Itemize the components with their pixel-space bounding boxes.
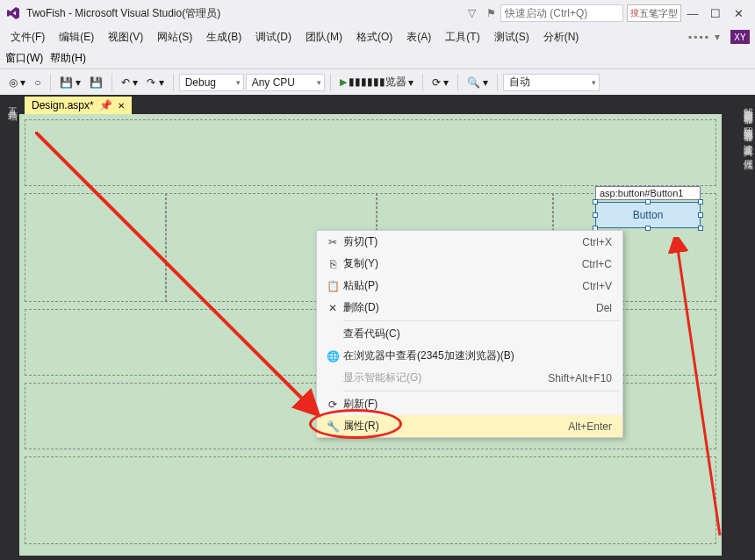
nav-fwd-button[interactable]: ○ bbox=[31, 75, 44, 90]
menu-website[interactable]: 网站(S) bbox=[152, 28, 198, 47]
menu-item-shortcut: Ctrl+C bbox=[582, 258, 612, 270]
menu-item-shortcut: Ctrl+V bbox=[582, 280, 612, 292]
context-menu-item[interactable]: ⟳刷新(F) bbox=[317, 393, 622, 415]
menu-analyze[interactable]: 分析(N) bbox=[538, 28, 585, 47]
start-debug-button[interactable]: ▶ ▮▮▮▮▮▮览器 ▾ bbox=[336, 73, 417, 91]
quick-launch-placeholder: 快速启动 (Ctrl+Q) bbox=[505, 6, 587, 21]
main-menu-bar: 文件(F) 编辑(E) 视图(V) 网站(S) 生成(B) 调试(D) 团队(M… bbox=[0, 26, 755, 47]
menu-item-label: 删除(D) bbox=[343, 300, 596, 315]
save-all-button[interactable]: 💾 bbox=[86, 75, 106, 90]
menu-separator bbox=[343, 391, 619, 391]
pin-icon[interactable]: 📌 bbox=[99, 99, 112, 111]
menu-debug[interactable]: 调试(D) bbox=[250, 28, 297, 47]
tab-label: Design.aspx* bbox=[32, 99, 94, 111]
menu-tools[interactable]: 工具(T) bbox=[440, 28, 485, 47]
close-button[interactable]: ✕ bbox=[727, 7, 750, 20]
browser-icon: 🌐 bbox=[322, 350, 343, 363]
main-menu-bar-2: 窗口(W) 帮助(H) bbox=[0, 47, 755, 68]
user-name[interactable]: ▪▪▪▪ ▾ bbox=[688, 31, 722, 43]
feedback-icon[interactable]: ⚑ bbox=[481, 7, 500, 19]
menu-format[interactable]: 格式(O) bbox=[351, 28, 398, 47]
maximize-button[interactable]: ☐ bbox=[704, 7, 727, 20]
menu-table[interactable]: 表(A) bbox=[401, 28, 436, 47]
close-tab-button[interactable]: ✕ bbox=[118, 101, 125, 111]
tab-design-aspx[interactable]: Design.aspx* 📌 ✕ bbox=[25, 97, 132, 114]
browser-link-button[interactable]: ⟳ ▾ bbox=[428, 75, 452, 90]
resize-handle[interactable] bbox=[698, 199, 703, 205]
menu-item-shortcut: Shift+Alt+F10 bbox=[548, 372, 612, 384]
platform-dropdown[interactable]: Any CPU bbox=[246, 74, 325, 91]
context-menu-item: 显示智能标记(G)Shift+Alt+F10 bbox=[317, 367, 622, 389]
button-control[interactable]: Button bbox=[595, 202, 701, 228]
separator bbox=[497, 74, 498, 91]
nav-back-button[interactable]: ◎ ▾ bbox=[5, 75, 29, 90]
menu-item-label: 显示智能标记(G) bbox=[343, 370, 548, 385]
menu-file[interactable]: 文件(F) bbox=[5, 28, 50, 47]
menu-separator bbox=[343, 320, 619, 321]
toolbox-tab[interactable]: 工具箱 bbox=[0, 95, 19, 559]
menu-help[interactable]: 帮助(H) bbox=[50, 51, 86, 66]
minimize-button[interactable]: — bbox=[681, 7, 704, 20]
undo-button[interactable]: ↶ ▾ bbox=[118, 75, 141, 90]
menu-item-label: 在浏览器中查看(2345加速浏览器)(B) bbox=[343, 348, 612, 363]
menu-team[interactable]: 团队(M) bbox=[300, 28, 348, 47]
context-menu-item[interactable]: 查看代码(C) bbox=[317, 323, 622, 345]
resize-handle[interactable] bbox=[698, 212, 703, 218]
auto-dropdown[interactable]: 自动 bbox=[503, 74, 600, 91]
cut-icon: ✂ bbox=[322, 236, 343, 248]
user-badge[interactable]: XY bbox=[730, 30, 750, 44]
vs-logo-icon bbox=[5, 5, 21, 21]
resize-handle[interactable] bbox=[593, 199, 598, 205]
menu-edit[interactable]: 编辑(E) bbox=[54, 28, 99, 47]
menu-view[interactable]: 视图(V) bbox=[103, 28, 148, 47]
menu-item-label: 复制(Y) bbox=[343, 256, 582, 271]
resize-handle[interactable] bbox=[645, 226, 651, 231]
standard-toolbar: ◎ ▾ ○ 💾 ▾ 💾 ↶ ▾ ↷ ▾ Debug Any CPU ▶ ▮▮▮▮… bbox=[0, 68, 755, 95]
right-sidebar-tabs[interactable]: 解决方案资源管理器 团队资源管理器 诊断工具 属性 bbox=[736, 95, 755, 559]
menu-item-label: 查看代码(C) bbox=[343, 327, 612, 341]
menu-build[interactable]: 生成(B) bbox=[201, 28, 247, 47]
redo-button[interactable]: ↷ ▾ bbox=[143, 75, 167, 90]
title-bar: TwoFish - Microsoft Visual Studio(管理员) ▽… bbox=[0, 0, 755, 26]
ime-indicator[interactable]: 搜五笔字型 bbox=[627, 4, 681, 22]
menu-test[interactable]: 测试(S) bbox=[489, 28, 535, 47]
delete-icon: ✕ bbox=[322, 302, 343, 314]
resize-handle[interactable] bbox=[698, 226, 703, 231]
separator bbox=[457, 74, 458, 91]
separator bbox=[173, 74, 174, 91]
asp-button-control[interactable]: asp:button#Button1 Button bbox=[595, 186, 701, 228]
selection-tooltip: asp:button#Button1 bbox=[595, 186, 701, 200]
resize-handle[interactable] bbox=[645, 199, 651, 205]
menu-item-label: 剪切(T) bbox=[343, 234, 582, 249]
separator bbox=[330, 74, 331, 91]
menu-item-shortcut: Alt+Enter bbox=[568, 420, 612, 433]
document-tabs: Design.aspx* 📌 ✕ bbox=[19, 95, 736, 114]
menu-window[interactable]: 窗口(W) bbox=[5, 51, 43, 66]
quick-launch-input[interactable]: 快速启动 (Ctrl+Q) bbox=[500, 4, 623, 22]
context-menu-item[interactable]: 📋粘贴(P)Ctrl+V bbox=[317, 275, 622, 297]
separator bbox=[111, 74, 112, 91]
wrench-icon: 🔧 bbox=[322, 420, 343, 433]
find-button[interactable]: 🔍 ▾ bbox=[464, 75, 492, 90]
separator bbox=[50, 74, 51, 91]
button-label: Button bbox=[633, 209, 664, 221]
context-menu-item[interactable]: 🔧属性(R)Alt+Enter bbox=[317, 415, 622, 437]
context-menu-item[interactable]: ✕删除(D)Del bbox=[317, 297, 622, 319]
context-menu-item[interactable]: ⎘复制(Y)Ctrl+C bbox=[317, 253, 622, 275]
refresh-icon: ⟳ bbox=[322, 398, 343, 411]
context-menu-item[interactable]: ✂剪切(T)Ctrl+X bbox=[317, 231, 622, 253]
context-menu-item[interactable]: 🌐在浏览器中查看(2345加速浏览器)(B) bbox=[317, 345, 622, 367]
resize-handle[interactable] bbox=[593, 212, 598, 218]
menu-item-label: 刷新(F) bbox=[343, 397, 612, 412]
window-title: TwoFish - Microsoft Visual Studio(管理员) bbox=[26, 6, 220, 21]
menu-item-shortcut: Del bbox=[596, 302, 612, 314]
save-button[interactable]: 💾 ▾ bbox=[56, 75, 84, 90]
notify-icon[interactable]: ▽ bbox=[462, 7, 481, 19]
menu-item-shortcut: Ctrl+X bbox=[582, 236, 612, 248]
context-menu: ✂剪切(T)Ctrl+X⎘复制(Y)Ctrl+C📋粘贴(P)Ctrl+V✕删除(… bbox=[316, 230, 623, 438]
menu-item-label: 属性(R) bbox=[343, 419, 568, 434]
menu-item-label: 粘贴(P) bbox=[343, 278, 582, 293]
play-icon: ▶ bbox=[340, 76, 347, 88]
config-dropdown[interactable]: Debug bbox=[179, 74, 244, 91]
separator bbox=[422, 74, 423, 91]
